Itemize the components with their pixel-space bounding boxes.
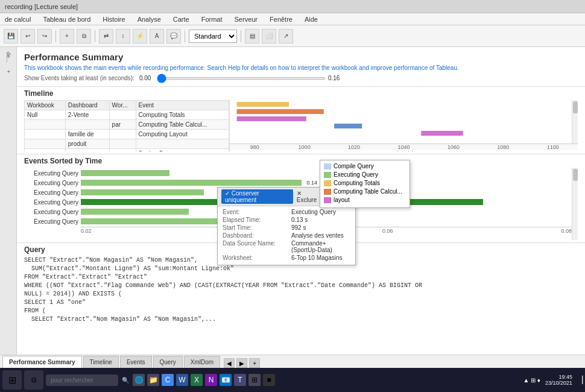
events-slider[interactable]: [157, 77, 326, 80]
event-bar-0[interactable]: [81, 170, 169, 176]
tooltip-event-val: Executing Query: [291, 209, 336, 215]
tab-xmldom[interactable]: XmlDom: [184, 356, 220, 368]
redo-button[interactable]: ↪: [37, 29, 52, 43]
duplicate-button[interactable]: ⧉: [77, 29, 91, 43]
tooltip-worksheet-val: 6-Top 10 Magasins: [291, 254, 343, 261]
menu-histoire[interactable]: Histoire: [100, 16, 127, 23]
sort-button[interactable]: ↕: [116, 29, 130, 43]
taskbar-app-onenote[interactable]: N: [205, 374, 217, 386]
menu-analyse[interactable]: Analyse: [135, 16, 163, 23]
legend-label-2: Computing Totals: [334, 180, 380, 186]
undo-button[interactable]: ↩: [21, 29, 35, 43]
cell-wor: [109, 149, 136, 152]
axis-label-1100: 1100: [528, 144, 578, 150]
event-bar-1[interactable]: [81, 180, 302, 186]
table-row: Null 2-Vente Computing Totals: [25, 110, 229, 120]
cell-wor: [109, 130, 136, 139]
tooltip-button[interactable]: 💬: [166, 29, 181, 43]
tooltip-keep[interactable]: ✓ Conserver uniquement: [221, 189, 293, 204]
col-wor: Wor...: [109, 101, 136, 110]
standard-dropdown[interactable]: Standard Fit Width Entire View: [189, 30, 237, 43]
menu-carte[interactable]: Carte: [171, 16, 192, 23]
tooltip-dashboard-label: Dashboard:: [223, 232, 289, 239]
svg-rect-2: [237, 116, 306, 121]
legend-label-3: Computing Table Calcul...: [334, 188, 402, 195]
tab-scroll-left[interactable]: ◀: [224, 358, 235, 368]
tab-scroll-right[interactable]: ▶: [236, 358, 247, 368]
taskbar-right: ▲ ⊞ ♦ 19:45 23/10/2021 ▕: [523, 374, 583, 386]
perf-desc-text: This workbook shows the main events whil…: [24, 65, 459, 71]
event-bar-2[interactable]: [81, 189, 204, 195]
cell-workbook: [25, 139, 66, 149]
taskbar-app-edge[interactable]: 🌐: [133, 374, 145, 386]
axis-label-1000: 1000: [279, 144, 329, 150]
menu-aide[interactable]: Aide: [302, 16, 320, 23]
event-bar-4[interactable]: [81, 209, 189, 215]
title-text: recording [Lecture seule]: [5, 3, 78, 10]
left-panel-item-2[interactable]: +: [4, 68, 13, 75]
legend-color-3: [324, 189, 331, 195]
tab-query[interactable]: Query: [153, 356, 183, 368]
taskbar-clock[interactable]: 19:45 23/10/2021: [545, 374, 572, 386]
query-text: SELECT "Extract"."Nom Magasin" AS "Nom M…: [24, 256, 578, 324]
tab-timeline[interactable]: Timeline: [83, 356, 119, 368]
menu-calcul[interactable]: de calcul: [2, 16, 33, 23]
events-sorted-title: Events Sorted by Time: [24, 157, 578, 165]
axis-label-1060: 1060: [429, 144, 478, 150]
tab-performance-summary[interactable]: Performance Summary: [2, 356, 82, 368]
add-sheet-button[interactable]: +: [60, 29, 74, 43]
save-button[interactable]: 💾: [4, 29, 18, 43]
cell-event: Computing Layout: [136, 130, 229, 139]
taskbar-app-explorer[interactable]: 📁: [147, 374, 159, 386]
taskbar-app-windows[interactable]: ⊞: [248, 374, 261, 386]
menu-tableau-bord[interactable]: Tableau de bord: [40, 16, 93, 23]
table-row: par Computing Table Calcul...: [25, 120, 229, 130]
show-desktop-button[interactable]: ▕: [577, 376, 583, 384]
cell-event: Computing Table Calcul...: [136, 120, 229, 130]
share-button[interactable]: ↗: [279, 29, 293, 43]
menu-serveur[interactable]: Serveur: [232, 16, 261, 23]
tooltip-elapsed-val: 0.13 s: [291, 217, 308, 223]
tooltip-datasource-val: Commande+ (SportUp-Data): [291, 240, 350, 253]
present-button[interactable]: ⬜: [262, 29, 276, 43]
left-panel-item-1[interactable]: de...: [4, 49, 13, 65]
show-events-label: Show Events taking at least (in seconds)…: [24, 75, 134, 81]
taskbar-app-outlook[interactable]: 📧: [220, 374, 232, 386]
legend-label-0: Compile Query: [334, 163, 374, 169]
cell-dashboard: 2-Vente: [65, 110, 109, 120]
col-event: Event: [136, 101, 229, 110]
legend-item-3: Computing Table Calcul...: [324, 188, 406, 195]
menu-format[interactable]: Format: [199, 16, 225, 23]
table-row: famille de Computing Layout: [25, 130, 229, 139]
event-row-0: Executing Query: [24, 169, 572, 177]
legend-popup: Compile Query Executing Query Computing …: [320, 160, 410, 208]
tooltip-dashboard-val: Analyse des ventes: [291, 232, 344, 239]
cell-dashboard: [65, 120, 109, 130]
search-icon[interactable]: 🔍: [121, 375, 130, 385]
highlight-button[interactable]: A: [150, 29, 164, 43]
filter-button[interactable]: ⚡: [133, 29, 147, 43]
taskbar-app-word[interactable]: W: [176, 374, 188, 386]
taskbar-app-chrome[interactable]: C: [162, 374, 174, 386]
tab-add[interactable]: +: [249, 358, 260, 368]
taskbar-app-excel[interactable]: X: [191, 374, 203, 386]
taskbar-app-teams[interactable]: T: [234, 374, 246, 386]
tab-events[interactable]: Events: [120, 356, 152, 368]
view-button[interactable]: ▤: [245, 29, 259, 43]
taskbar-app-black[interactable]: ■: [263, 374, 275, 386]
cell-workbook: [25, 130, 66, 139]
tooltip-body: Event: Executing Query Elapsed Time: 0.1…: [218, 206, 355, 265]
start-button[interactable]: ⊞: [2, 370, 22, 390]
show-events-row: Show Events taking at least (in seconds)…: [24, 75, 578, 81]
legend-color-4: [324, 197, 331, 203]
bottom-tabs: Performance Summary Timeline Events Quer…: [0, 355, 585, 368]
col-dashboard: Dashboard: [65, 101, 109, 110]
toolbar-separator-1: [55, 30, 56, 42]
swap-button[interactable]: ⇄: [99, 29, 113, 43]
task-view-button[interactable]: ⧉: [24, 370, 43, 390]
cell-wor: [109, 110, 136, 120]
taskbar-search-input[interactable]: [46, 375, 118, 386]
tooltip-exclude[interactable]: ✕ Exclure: [297, 190, 322, 203]
cell-wor: par: [109, 120, 136, 130]
menu-fenetre[interactable]: Fenêtre: [267, 16, 295, 23]
